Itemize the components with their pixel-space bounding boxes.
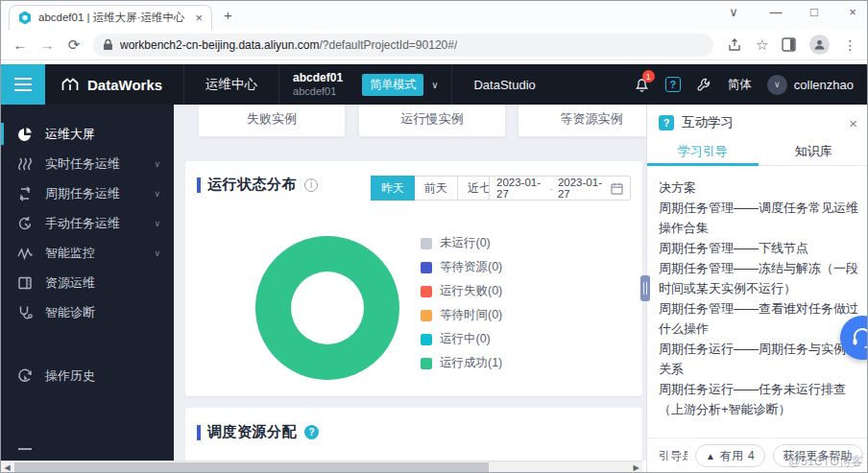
date-end: 2023-01-27 bbox=[558, 177, 606, 200]
legend-swatch bbox=[421, 334, 432, 345]
realtime-waves-icon bbox=[16, 155, 34, 173]
browser-toolbar: ← → ⟳ workbench2-cn-beijing.data.aliyun.… bbox=[1, 30, 867, 60]
window-menu-caret-icon[interactable]: ∨ bbox=[719, 5, 748, 19]
useful-button[interactable]: ▲ 有用 4 bbox=[695, 444, 765, 467]
sidebar-item-smart-monitor[interactable]: 智能监控 ∨ bbox=[1, 238, 174, 268]
window-maximize-button[interactable]: □ bbox=[800, 5, 829, 19]
dataworks-brand[interactable]: DataWorks bbox=[45, 76, 183, 93]
bookmark-star-icon[interactable]: ☆ bbox=[756, 36, 768, 54]
tools-button[interactable] bbox=[696, 77, 712, 93]
tab-close-icon[interactable]: × bbox=[192, 11, 205, 25]
legend-item: 等待资源(0) bbox=[421, 255, 502, 279]
user-menu[interactable]: ∨ collenzhao bbox=[767, 75, 854, 95]
scroll-right-arrow[interactable]: ▶ bbox=[630, 461, 642, 473]
legend-item: 运行失败(0) bbox=[421, 279, 502, 303]
guide-list: 决方案 周期任务管理——调度任务常见运维操作合集 周期任务管理——下线节点 周期… bbox=[659, 177, 860, 419]
info-icon[interactable]: i bbox=[304, 178, 318, 192]
stat-card-slow-instances[interactable]: 运行慢实例 bbox=[358, 105, 506, 137]
calendar-icon bbox=[611, 182, 623, 195]
url-text: workbench2-cn-beijing.data.aliyun.com/?d… bbox=[120, 38, 457, 52]
guide-list-item[interactable]: 周期任务运行——任务未运行排查（上游分析+智能诊断） bbox=[659, 379, 860, 419]
scroll-left-arrow[interactable]: ◀ bbox=[1, 461, 13, 473]
run-status-title: 运行状态分布 bbox=[207, 176, 297, 194]
hamburger-menu-button[interactable] bbox=[1, 64, 45, 105]
legend-label: 等待时间(0) bbox=[440, 307, 502, 323]
sidebar-item-realtime-ops[interactable]: 实时任务运维 ∨ bbox=[1, 149, 174, 178]
panel-resize-handle[interactable] bbox=[640, 275, 650, 301]
stat-card-label: 失败实例 bbox=[247, 110, 297, 128]
window-minimize-button[interactable]: — bbox=[761, 5, 790, 19]
notifications-button[interactable]: 1 bbox=[634, 76, 650, 93]
panel-close-icon[interactable]: × bbox=[849, 115, 857, 131]
project-name: abcdef01 bbox=[293, 71, 343, 85]
feedback-prompt: 引导是 bbox=[659, 448, 687, 464]
legend-label: 运行中(0) bbox=[440, 331, 491, 347]
share-button[interactable] bbox=[727, 37, 742, 53]
stat-card-waiting-resource-instances[interactable]: 等资源实例 bbox=[518, 105, 665, 137]
guide-list-item[interactable]: 周期任务运行——周期任务与实例的关系 bbox=[659, 339, 860, 379]
back-button[interactable]: ← bbox=[7, 36, 34, 53]
simple-mode-badge[interactable]: 简单模式 bbox=[362, 74, 423, 96]
nav-datastudio[interactable]: DataStudio bbox=[452, 78, 556, 92]
guide-list-item[interactable]: 周期任务管理——查看谁对任务做过什么操作 bbox=[659, 298, 860, 339]
chevron-down-icon: ∨ bbox=[154, 248, 160, 258]
reload-button[interactable]: ⟳ bbox=[60, 36, 87, 54]
stat-card-failed-instances[interactable]: 失败实例 bbox=[198, 105, 346, 137]
address-bar[interactable]: workbench2-cn-beijing.data.aliyun.com/?d… bbox=[93, 34, 713, 57]
stat-card-label: 等资源实例 bbox=[561, 110, 623, 128]
window-close-button[interactable]: × bbox=[838, 5, 867, 19]
legend-label: 未运行(0) bbox=[440, 235, 491, 251]
filter-day-before-button[interactable]: 前天 bbox=[415, 176, 458, 201]
sidebar-item-ops-dashboard[interactable]: 运维大屏 bbox=[1, 119, 174, 149]
user-avatar: ∨ bbox=[767, 75, 787, 95]
person-icon bbox=[813, 38, 826, 51]
sidebar-item-label: 资源运维 bbox=[45, 274, 95, 292]
sidebar: 运维大屏 实时任务运维 ∨ 周期任务运维 ∨ 手动任务运维 ∨ 智能监控 ∨ bbox=[1, 105, 174, 461]
sidebar-item-operation-history[interactable]: 操作历史 bbox=[1, 361, 174, 390]
browser-tab[interactable]: abcdef01 | 运维大屏·运维中心 × bbox=[9, 5, 212, 30]
chevron-down-icon: ∨ bbox=[154, 189, 160, 199]
resource-box-icon bbox=[16, 274, 34, 292]
dataworks-favicon-icon bbox=[18, 12, 32, 25]
share-icon bbox=[727, 37, 742, 53]
horizontal-scrollbar[interactable]: ◀ ▶ bbox=[1, 461, 642, 473]
dataworks-appbar: DataWorks 运维中心 abcdef01 abcdef01 简单模式 ∨ … bbox=[1, 64, 867, 105]
sidebar-item-label: 手动任务运维 bbox=[45, 215, 120, 232]
guide-list-item[interactable]: 周期任务管理——下线节点 bbox=[659, 238, 860, 258]
mode-caret-icon[interactable]: ∨ bbox=[423, 80, 451, 90]
scrollbar-thumb[interactable] bbox=[14, 462, 489, 473]
more-help-button[interactable]: 获得更多帮助 bbox=[773, 444, 863, 467]
browser-window: abcdef01 | 运维大屏·运维中心 × + ∨ — □ × ← → ⟳ w… bbox=[0, 0, 868, 473]
language-switch[interactable]: 简体 bbox=[728, 77, 752, 93]
stethoscope-icon bbox=[16, 304, 34, 321]
date-range-picker[interactable]: 2023-01-27 - 2023-01-27 bbox=[489, 176, 631, 201]
panel-help-icon: ? bbox=[659, 115, 674, 130]
panel-title: 互动学习 bbox=[682, 114, 734, 131]
guide-list-item[interactable]: 决方案 bbox=[659, 177, 860, 198]
tab-knowledge-base[interactable]: 知识库 bbox=[759, 137, 868, 165]
legend-swatch bbox=[421, 286, 432, 297]
browser-menu-kebab-icon[interactable]: ⋮ bbox=[843, 37, 856, 53]
side-panel-button[interactable] bbox=[782, 37, 796, 52]
sidebar-item-label: 运维大屏 bbox=[45, 126, 95, 143]
legend-swatch bbox=[421, 238, 432, 249]
new-tab-button[interactable]: + bbox=[224, 7, 232, 23]
filter-yesterday-button[interactable]: 昨天 bbox=[371, 176, 415, 201]
sidebar-item-label: 智能监控 bbox=[45, 245, 95, 262]
guide-list-item[interactable]: 周期任务管理——调度任务常见运维操作合集 bbox=[659, 198, 860, 238]
sidebar-collapse-handle[interactable] bbox=[18, 448, 32, 450]
nav-ops-center[interactable]: 运维中心 bbox=[184, 76, 278, 93]
sidebar-item-manual-ops[interactable]: 手动任务运维 ∨ bbox=[1, 208, 174, 238]
run-status-card: 运行状态分布 i 昨天 前天 近七天 2023-01-27 - 2023-01-… bbox=[185, 161, 642, 396]
forward-button[interactable]: → bbox=[34, 36, 60, 53]
browser-profile-avatar[interactable] bbox=[809, 35, 830, 55]
donut-hole bbox=[291, 272, 364, 344]
sidebar-item-resource-ops[interactable]: 资源运维 bbox=[1, 268, 174, 297]
sidebar-item-cycle-ops[interactable]: 周期任务运维 ∨ bbox=[1, 178, 174, 208]
help-question-icon[interactable]: ? bbox=[304, 425, 319, 439]
guide-list-item[interactable]: 周期任务管理——冻结与解冻（一段时间或某天实例不运行） bbox=[659, 258, 860, 298]
tab-learning-guide[interactable]: 学习引导 bbox=[647, 137, 759, 165]
project-switcher[interactable]: abcdef01 abcdef01 bbox=[279, 71, 356, 99]
help-button[interactable]: ? bbox=[665, 77, 681, 92]
sidebar-item-smart-diagnose[interactable]: 智能诊断 bbox=[1, 297, 174, 327]
